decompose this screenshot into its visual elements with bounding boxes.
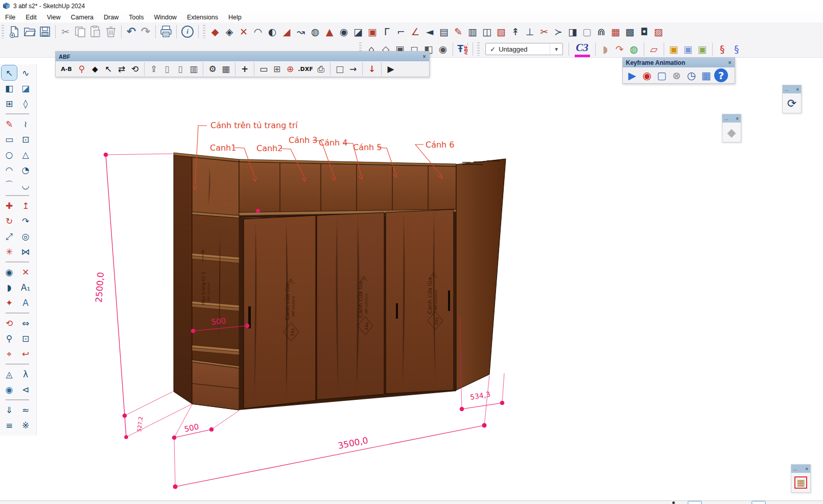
zoom-window-tool[interactable]: ⊡ bbox=[18, 331, 33, 346]
plugin-clamp-icon[interactable]: ⋒ bbox=[595, 25, 608, 38]
plugin-face-icon[interactable]: ◄ bbox=[423, 25, 436, 38]
cabinet-tool-icon[interactable]: ▦ bbox=[794, 476, 807, 489]
plugin-grid-icon[interactable]: ▤ bbox=[437, 25, 451, 38]
camera-view-icon[interactable]: ◉ bbox=[436, 42, 450, 56]
axes-tool[interactable]: ✦ bbox=[2, 295, 17, 310]
move-tool[interactable]: ✚ bbox=[2, 198, 17, 213]
scale-tool[interactable]: ⤢ bbox=[2, 229, 17, 244]
toolbar-grip[interactable] bbox=[477, 42, 480, 56]
polygon-tool-icon[interactable]: ◆ bbox=[727, 126, 736, 139]
columns-icon[interactable]: ▥ bbox=[187, 62, 200, 76]
open-folder-icon[interactable] bbox=[23, 25, 36, 38]
download-icon[interactable]: ↓ bbox=[366, 62, 378, 76]
plugin-cols-icon[interactable]: ▥ bbox=[466, 25, 479, 38]
settings-gear-icon[interactable]: ⚙ bbox=[206, 62, 219, 76]
abf-toolbar-titlebar[interactable]: ABF × bbox=[56, 52, 429, 61]
freehand-tool[interactable]: ≀ bbox=[18, 116, 33, 131]
look-around-tool[interactable]: ◉ bbox=[2, 382, 17, 397]
arrow-right-icon[interactable]: → bbox=[347, 62, 359, 76]
plugin-base-icon[interactable]: ⊥ bbox=[523, 25, 536, 38]
panel-dots[interactable]: ... bbox=[724, 116, 728, 121]
book-export-icon[interactable]: ⇪ bbox=[148, 62, 160, 76]
layout-icon[interactable]: ⊞ bbox=[271, 62, 283, 76]
redo-icon[interactable]: ↷ bbox=[139, 25, 152, 38]
zoom-tool[interactable]: ⚲ bbox=[2, 331, 17, 346]
polygon-tool[interactable]: △ bbox=[18, 147, 33, 162]
axes-move-tool[interactable]: ✳ bbox=[2, 244, 17, 259]
geodesic-icon[interactable]: ◍ bbox=[627, 42, 641, 56]
arc-tool[interactable]: ◠ bbox=[2, 162, 17, 177]
panel-b-icon[interactable]: ▯ bbox=[174, 62, 186, 76]
menu-draw[interactable]: Draw bbox=[99, 13, 124, 22]
components-tool[interactable]: ⊞ bbox=[2, 96, 17, 111]
select-arrow-icon[interactable]: ↖ bbox=[102, 62, 114, 76]
panel-dots[interactable]: ... bbox=[785, 87, 789, 92]
mirror-tool[interactable]: ⋈ bbox=[18, 244, 33, 259]
hook-curve-icon[interactable]: ↷ bbox=[613, 42, 626, 56]
select-tool[interactable]: ↖ bbox=[2, 65, 17, 80]
tag-tool[interactable]: ◊ bbox=[18, 96, 33, 111]
rotate-tool[interactable]: ↻ bbox=[2, 213, 17, 228]
paint-bucket-tool[interactable]: ◧ bbox=[2, 81, 17, 95]
corner-box-blue-icon[interactable]: ▣ bbox=[681, 42, 695, 56]
rectangle-tool[interactable]: ▭ bbox=[2, 132, 17, 147]
rotate-sync-icon[interactable]: ⟲ bbox=[129, 62, 141, 76]
extension-gear-tool[interactable]: ※ bbox=[18, 418, 33, 433]
orbit-tool[interactable]: ⟲ bbox=[2, 316, 17, 330]
new-document-icon[interactable] bbox=[8, 25, 21, 38]
plugin-mesh-icon[interactable]: ▩ bbox=[623, 25, 637, 38]
plugin-screw-icon[interactable]: ↟ bbox=[509, 25, 522, 38]
plugin-angle-icon[interactable]: ∠ bbox=[409, 25, 422, 38]
plugin-cutter-icon[interactable]: ✂ bbox=[537, 25, 551, 38]
delete-icon[interactable] bbox=[104, 25, 117, 38]
plugin-prism-icon[interactable]: ▲ bbox=[323, 25, 336, 38]
menu-window[interactable]: Window bbox=[149, 13, 181, 22]
lasso-tool[interactable]: ∿ bbox=[18, 65, 33, 80]
box-export-icon[interactable]: □ bbox=[334, 62, 346, 76]
corner-box-green-icon[interactable]: ▣ bbox=[696, 42, 709, 56]
plugin-stack-icon[interactable]: ◈ bbox=[223, 25, 236, 38]
plugin-sheet-icon[interactable]: ▨ bbox=[652, 25, 665, 38]
paste-icon[interactable] bbox=[89, 25, 102, 38]
abf-drill-icon[interactable]: Ŧ ABF_ bbox=[457, 43, 468, 55]
plugin-corner-icon[interactable]: Γ bbox=[380, 25, 393, 38]
protractor-tool[interactable]: ◗ bbox=[2, 280, 17, 295]
menu-extensions[interactable]: Extensions bbox=[182, 13, 223, 22]
info-icon[interactable]: i bbox=[181, 26, 194, 38]
close-icon[interactable]: × bbox=[728, 59, 732, 66]
plugin-solid-icon[interactable]: ◪ bbox=[351, 25, 365, 38]
plugin-door-icon[interactable]: ◘ bbox=[638, 25, 651, 38]
print-icon[interactable] bbox=[159, 25, 173, 38]
previous-view-tool[interactable]: ↩ bbox=[18, 346, 33, 361]
layered-s-red-icon[interactable]: § bbox=[716, 42, 729, 56]
trapezoid-icon[interactable]: ▱ bbox=[647, 42, 661, 56]
plugin-board-icon[interactable]: ▢ bbox=[580, 25, 594, 38]
tag-filter-dropdown[interactable]: ✓ Untagged ▼ bbox=[485, 43, 563, 55]
plugin-edge-icon[interactable]: ⌐ bbox=[394, 25, 408, 38]
circle-tool[interactable]: ○ bbox=[2, 147, 17, 162]
close-icon[interactable]: × bbox=[805, 466, 808, 472]
plugin-sphere-icon[interactable]: ◍ bbox=[309, 25, 322, 38]
menu-view[interactable]: View bbox=[42, 13, 66, 22]
menu-camera[interactable]: Camera bbox=[66, 13, 99, 22]
close-icon[interactable]: × bbox=[796, 87, 799, 92]
dxf-export[interactable]: .DXF bbox=[297, 62, 314, 76]
select-keyframes-icon[interactable]: ▢ bbox=[655, 68, 669, 82]
position-camera-tool[interactable]: ◬ bbox=[2, 367, 17, 381]
follow-me-tool[interactable]: ↷ bbox=[18, 213, 33, 228]
field-of-view-tool[interactable]: ⊲ bbox=[18, 382, 33, 397]
push-pull-tool[interactable]: ↥ bbox=[18, 198, 33, 213]
plugin-draw-icon[interactable]: ✎ bbox=[452, 25, 465, 38]
plugin-lens-icon[interactable]: ◉ bbox=[337, 25, 350, 38]
orbit-mode-icon[interactable]: ⟳ bbox=[787, 97, 796, 110]
plugin-joint-icon[interactable]: ≻ bbox=[552, 25, 565, 38]
close-icon[interactable]: × bbox=[422, 53, 426, 60]
plugin-frame-icon[interactable]: ◫ bbox=[480, 25, 493, 38]
flip-tool-icon[interactable]: ⇄ bbox=[115, 62, 128, 76]
extension-layers-tool[interactable]: ≡ bbox=[2, 418, 17, 433]
plugin-shape-icon[interactable]: ◐ bbox=[266, 25, 279, 38]
dropdown-arrow-icon[interactable]: ▼ bbox=[550, 43, 562, 55]
pie-tool[interactable]: ◔ bbox=[18, 162, 33, 177]
undo-icon[interactable]: ↶ bbox=[125, 25, 138, 38]
move-point-icon[interactable]: + bbox=[239, 62, 251, 76]
